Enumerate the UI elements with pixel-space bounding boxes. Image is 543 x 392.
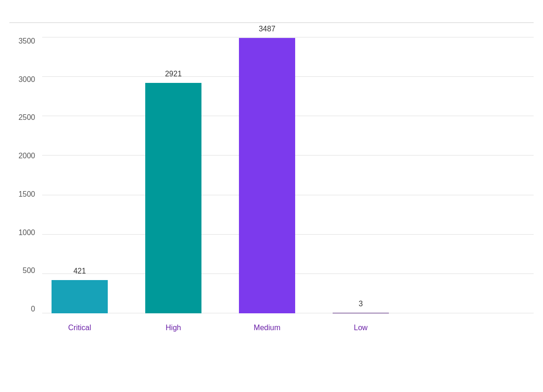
bar: 421Critical — [52, 280, 108, 313]
bar-group: 3487Medium — [239, 38, 295, 313]
y-axis-label: 1500 — [18, 190, 35, 199]
bar-value-label: 3487 — [259, 25, 275, 33]
bar-value-label: 421 — [74, 267, 86, 275]
y-axis-label: 3500 — [18, 37, 35, 45]
bar-x-label: Critical — [68, 324, 91, 332]
bar-group: 2921High — [145, 83, 201, 313]
bars-area: 421Critical2921High3487Medium3Low — [42, 37, 534, 313]
y-axis-label: 2500 — [18, 113, 35, 122]
y-axis-label: 3000 — [18, 75, 35, 84]
chart-container: 3500300025002000150010005000 421Critical… — [0, 0, 543, 392]
bar: 3Low — [333, 313, 389, 313]
y-axis-label: 0 — [31, 305, 35, 313]
y-axis-label: 2000 — [18, 152, 35, 160]
bar-value-label: 2921 — [165, 70, 182, 78]
y-axis-label: 1000 — [18, 229, 35, 237]
bar: 3487Medium — [239, 38, 295, 313]
bar-group: 3Low — [333, 313, 389, 313]
chart-area: 3500300025002000150010005000 421Critical… — [9, 37, 534, 337]
bar: 2921High — [145, 83, 201, 313]
bar-value-label: 3 — [359, 300, 363, 308]
y-axis: 3500300025002000150010005000 — [9, 37, 42, 337]
y-axis-label: 500 — [22, 266, 35, 275]
bar-group: 421Critical — [52, 280, 108, 313]
bar-x-label: Medium — [254, 324, 281, 332]
divider — [9, 22, 534, 23]
chart-inner: 421Critical2921High3487Medium3Low — [42, 37, 534, 337]
bar-x-label: Low — [354, 324, 367, 332]
bar-x-label: High — [166, 324, 181, 332]
